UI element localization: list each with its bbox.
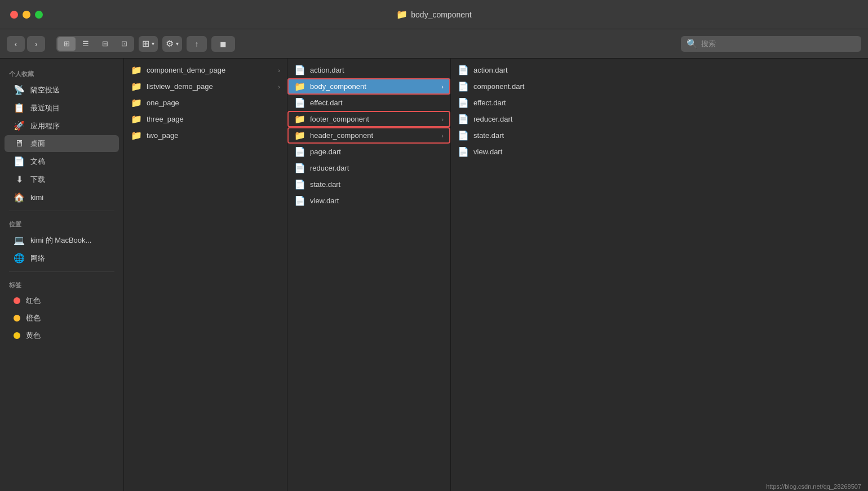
folder-icon: 📁 [294, 81, 305, 92]
home-icon: 🏠 [14, 192, 25, 203]
minimize-button[interactable] [23, 11, 30, 19]
sidebar-item-airdrop[interactable]: 📡 隔空投送 [5, 81, 119, 99]
view-switcher: ⊞ ☰ ⊟ ⊡ [56, 36, 134, 52]
sidebar-item-recents[interactable]: 📋 最近项目 [5, 99, 119, 117]
sidebar-item-downloads[interactable]: ⬇ 下载 [5, 171, 119, 188]
sidebar-item-desktop[interactable]: 🖥 桌面 [5, 135, 119, 152]
sidebar-item-tag-red[interactable]: 红色 [5, 292, 119, 309]
titlebar: 📁 body_component [0, 0, 868, 29]
file-icon: 📄 [294, 65, 305, 75]
file-name: body_component [310, 82, 437, 91]
tag-button[interactable]: ◼ [211, 36, 235, 52]
back-button[interactable]: ‹ [7, 36, 25, 52]
sidebar-item-label: 最近项目 [30, 103, 60, 113]
sidebar: 个人收藏 📡 隔空投送 📋 最近项目 🚀 应用程序 🖥 桌面 📄 文稿 ⬇ 下载… [0, 59, 124, 491]
list-item[interactable]: 📁 footer_component › [287, 111, 450, 127]
view-options-dropdown[interactable]: ⊞ ▾ [139, 36, 158, 52]
list-item[interactable]: 📄 action.dart [451, 62, 868, 78]
window-title: 📁 body_component [396, 9, 471, 20]
search-box[interactable]: 🔍 [681, 36, 861, 52]
list-item[interactable]: 📄 state.dart [451, 127, 868, 144]
recents-icon: 📋 [14, 102, 25, 113]
close-button[interactable] [10, 11, 18, 19]
sidebar-item-label: 应用程序 [30, 121, 60, 131]
sidebar-item-network[interactable]: 🌐 网络 [5, 249, 119, 267]
file-name: one_page [147, 99, 280, 107]
file-name: action.dart [473, 66, 861, 74]
sidebar-item-documents[interactable]: 📄 文稿 [5, 153, 119, 170]
file-column-2: 📄 action.dart 📁 body_component › 📄 effec… [287, 59, 451, 491]
file-icon: 📄 [294, 195, 305, 206]
list-item[interactable]: 📁 two_page [124, 127, 287, 144]
chevron-down-icon: ▾ [152, 41, 154, 47]
chevron-down-icon: ▾ [176, 41, 179, 47]
sidebar-item-label: 文稿 [30, 157, 45, 167]
list-item[interactable]: 📄 view.dart [287, 193, 450, 209]
list-item[interactable]: 📄 reducer.dart [451, 111, 868, 127]
sidebar-item-label: 网络 [30, 253, 45, 264]
chevron-right-icon: › [441, 116, 444, 123]
sidebar-item-label: 红色 [26, 296, 41, 306]
window-controls [10, 11, 43, 19]
list-item[interactable]: 📄 state.dart [287, 176, 450, 193]
column-view-button[interactable]: ⊟ [96, 37, 114, 51]
sidebar-item-label: 黄色 [26, 331, 41, 341]
folder-icon: 📁 [131, 114, 142, 124]
forward-button[interactable]: › [27, 36, 45, 52]
list-view-button[interactable]: ☰ [77, 37, 95, 51]
list-item[interactable]: 📁 header_component › [287, 127, 450, 144]
sidebar-item-tag-yellow[interactable]: 黄色 [5, 327, 119, 344]
file-name: effect.dart [310, 99, 444, 107]
list-item[interactable]: 📄 view.dart [451, 144, 868, 160]
file-icon: 📄 [458, 114, 469, 124]
list-item[interactable]: 📄 action.dart [287, 62, 450, 78]
chevron-right-icon: › [278, 83, 280, 90]
sidebar-item-label: kimi 的 MacBook... [30, 235, 91, 246]
file-name: effect.dart [473, 99, 861, 107]
toolbar: ‹ › ⊞ ☰ ⊟ ⊡ ⊞ ▾ ⚙ ▾ ↑ ◼ 🔍 [0, 29, 868, 59]
file-name: state.dart [310, 180, 444, 189]
file-name: two_page [147, 131, 280, 140]
action-dropdown[interactable]: ⚙ ▾ [162, 36, 182, 52]
file-name: listview_demo_page [147, 82, 273, 91]
sidebar-item-kimi[interactable]: 🏠 kimi [5, 189, 119, 206]
search-icon: 🔍 [687, 38, 698, 49]
sidebar-item-apps[interactable]: 🚀 应用程序 [5, 117, 119, 135]
list-item[interactable]: 📁 one_page [124, 95, 287, 111]
file-icon: 📄 [458, 97, 469, 108]
folder-icon: 📁 [131, 65, 142, 75]
list-item[interactable]: 📄 effect.dart [287, 95, 450, 111]
share-button[interactable]: ↑ [187, 36, 207, 52]
apps-icon: 🚀 [14, 120, 25, 131]
grid-icon: ⊞ [142, 38, 149, 49]
sidebar-divider [9, 211, 114, 211]
sidebar-item-label: 隔空投送 [30, 85, 60, 95]
file-name: three_page [147, 115, 280, 123]
list-item[interactable]: 📁 three_page [124, 111, 287, 127]
list-item[interactable]: 📁 listview_demo_page › [124, 78, 287, 95]
list-item[interactable]: 📁 body_component › [287, 78, 450, 95]
airdrop-icon: 📡 [14, 84, 25, 95]
file-column-1: 📁 component_demo_page › 📁 listview_demo_… [124, 59, 287, 491]
laptop-icon: 💻 [14, 235, 25, 246]
sidebar-item-label: 下载 [30, 175, 45, 185]
sidebar-item-macbook[interactable]: 💻 kimi 的 MacBook... [5, 231, 119, 249]
list-item[interactable]: 📄 reducer.dart [287, 160, 450, 176]
file-icon: 📄 [458, 65, 469, 75]
list-item[interactable]: 📁 component_demo_page › [124, 62, 287, 78]
file-icon: 📄 [458, 130, 469, 141]
list-item[interactable]: 📄 effect.dart [451, 95, 868, 111]
sidebar-item-tag-orange[interactable]: 橙色 [5, 310, 119, 327]
list-item[interactable]: 📄 page.dart [287, 144, 450, 160]
gallery-view-button[interactable]: ⊡ [115, 37, 133, 51]
icon-view-button[interactable]: ⊞ [57, 37, 76, 51]
list-item[interactable]: 📄 component.dart [451, 78, 868, 95]
file-name: component_demo_page [147, 66, 273, 74]
maximize-button[interactable] [35, 11, 43, 19]
sidebar-item-label: kimi [30, 193, 43, 202]
search-input[interactable] [701, 39, 856, 48]
file-icon: 📄 [458, 146, 469, 157]
documents-icon: 📄 [14, 156, 25, 167]
chevron-right-icon: › [441, 83, 444, 90]
file-icon: 📄 [294, 179, 305, 190]
